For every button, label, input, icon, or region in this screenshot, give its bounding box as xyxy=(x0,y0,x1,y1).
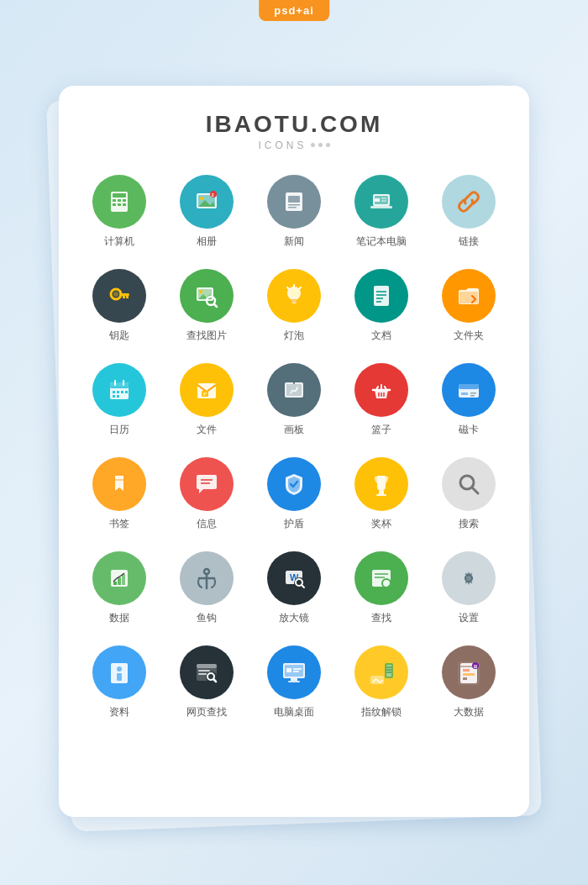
svg-rect-77 xyxy=(379,491,384,494)
icon-circle-mail[interactable] xyxy=(180,363,234,417)
icon-item-calendar: 日历 xyxy=(76,363,163,437)
icon-item-fingerprint: 指纹解锁 xyxy=(338,645,425,719)
svg-rect-45 xyxy=(459,292,478,303)
svg-rect-128 xyxy=(463,677,467,680)
icon-circle-find-image[interactable] xyxy=(180,269,234,323)
svg-rect-105 xyxy=(197,664,217,668)
icon-item-board: 画板 xyxy=(250,363,338,437)
svg-point-25 xyxy=(113,292,118,297)
icon-label-calendar: 日历 xyxy=(109,423,129,437)
icon-item-news: 新闻 xyxy=(250,175,338,249)
svg-rect-110 xyxy=(198,673,207,675)
svg-point-36 xyxy=(291,290,297,297)
icon-circle-card[interactable] xyxy=(442,363,496,417)
icon-circle-news[interactable] xyxy=(267,175,321,229)
icon-label-bulb: 灯泡 xyxy=(284,329,304,343)
icon-circle-doc[interactable] xyxy=(354,269,408,323)
icon-circle-desktop[interactable] xyxy=(267,645,321,699)
icon-label-info: 资料 xyxy=(109,705,129,719)
icon-circle-basket[interactable] xyxy=(354,363,408,417)
icon-item-doc: 文档 xyxy=(338,269,425,343)
top-badge: psd+ai xyxy=(259,0,329,21)
svg-rect-126 xyxy=(463,669,470,672)
icon-circle-bulb[interactable] xyxy=(267,269,321,323)
svg-point-31 xyxy=(199,290,202,293)
icon-item-settings: 设置 xyxy=(425,551,512,625)
icon-label-calculator: 计算机 xyxy=(104,234,134,249)
main-card: IBAOTU.COM ICONS 计算机 2 相册 xyxy=(59,86,529,817)
icon-label-bigdata: 大数据 xyxy=(454,705,484,719)
icon-label-link: 链接 xyxy=(459,234,479,249)
icon-circle-bookmark[interactable] xyxy=(92,457,146,511)
icon-circle-message[interactable] xyxy=(180,457,234,511)
svg-line-99 xyxy=(389,586,391,588)
icon-label-board: 画板 xyxy=(284,423,304,437)
svg-rect-119 xyxy=(386,665,391,677)
svg-rect-40 xyxy=(374,286,389,306)
icon-circle-fingerprint[interactable] xyxy=(354,645,408,699)
icon-item-laptop: 笔记本电脑 xyxy=(338,175,425,249)
icon-item-basket: 篮子 xyxy=(338,363,425,437)
icon-circle-trophy[interactable] xyxy=(354,457,408,511)
svg-rect-6 xyxy=(118,203,121,206)
icon-circle-search[interactable] xyxy=(442,457,496,511)
icon-item-key: 钥匙 xyxy=(76,269,163,343)
icon-item-bigdata: B 大数据 xyxy=(425,645,512,719)
icon-circle-magnify[interactable]: W xyxy=(267,551,321,605)
icon-label-settings: 设置 xyxy=(459,611,479,625)
svg-text:B: B xyxy=(474,663,478,668)
icon-label-magnify: 放大镜 xyxy=(279,611,309,625)
icon-label-fingerprint: 指纹解锁 xyxy=(361,705,402,719)
icon-circle-info[interactable] xyxy=(92,645,146,699)
icon-item-find: 查找 xyxy=(338,551,425,625)
svg-rect-21 xyxy=(375,198,380,202)
icon-item-web-search: 网页查找 xyxy=(163,645,250,719)
icon-item-folder: 文件夹 xyxy=(425,269,512,343)
icon-circle-board[interactable] xyxy=(267,363,321,417)
svg-rect-95 xyxy=(372,570,391,587)
svg-rect-62 xyxy=(286,384,302,396)
icon-item-desktop: 电脑桌面 xyxy=(250,645,338,719)
icon-circle-calculator[interactable] xyxy=(92,175,146,229)
icon-circle-calendar[interactable] xyxy=(92,363,146,417)
icon-item-shield: 护盾 xyxy=(250,457,338,531)
svg-rect-28 xyxy=(123,296,125,298)
icon-label-card: 磁卡 xyxy=(459,423,479,437)
svg-rect-53 xyxy=(121,391,123,393)
dot1 xyxy=(311,143,315,147)
icon-item-bulb: 灯泡 xyxy=(250,269,338,343)
icon-circle-anchor[interactable] xyxy=(180,551,234,605)
dot2 xyxy=(318,143,323,147)
icon-circle-web-search[interactable] xyxy=(180,645,234,699)
icon-circle-find[interactable] xyxy=(354,551,408,605)
svg-rect-56 xyxy=(117,395,119,398)
svg-rect-117 xyxy=(293,671,299,672)
svg-rect-1 xyxy=(113,193,126,198)
icon-circle-laptop[interactable] xyxy=(354,175,408,229)
svg-rect-3 xyxy=(118,199,121,202)
icon-circle-bigdata[interactable]: B xyxy=(442,645,496,699)
icon-circle-shield[interactable] xyxy=(267,457,321,511)
svg-rect-2 xyxy=(113,199,116,202)
svg-line-38 xyxy=(287,287,289,289)
icon-label-search: 搜索 xyxy=(459,517,479,531)
svg-rect-127 xyxy=(463,673,475,676)
icon-item-trophy: 奖杯 xyxy=(338,457,425,531)
icon-item-search: 搜索 xyxy=(425,457,512,531)
icon-label-data: 数据 xyxy=(109,611,129,625)
icon-label-find-image: 查找图片 xyxy=(186,329,227,343)
icon-circle-settings[interactable] xyxy=(442,551,496,605)
icon-circle-data[interactable] xyxy=(92,551,146,605)
icon-item-magnify: W 放大镜 xyxy=(250,551,338,625)
svg-rect-15 xyxy=(288,196,300,203)
svg-rect-7 xyxy=(123,203,126,206)
icon-circle-link[interactable] xyxy=(442,175,496,229)
icon-circle-folder[interactable] xyxy=(442,269,496,323)
icons-grid: 计算机 2 相册 新闻 笔记本电脑 链接 xyxy=(76,175,512,719)
svg-rect-55 xyxy=(113,395,115,398)
icon-circle-key[interactable] xyxy=(92,269,146,323)
svg-rect-72 xyxy=(470,395,475,397)
icon-circle-album[interactable]: 2 xyxy=(180,175,234,229)
icon-label-message: 信息 xyxy=(197,517,217,531)
icon-label-folder: 文件夹 xyxy=(454,329,484,343)
